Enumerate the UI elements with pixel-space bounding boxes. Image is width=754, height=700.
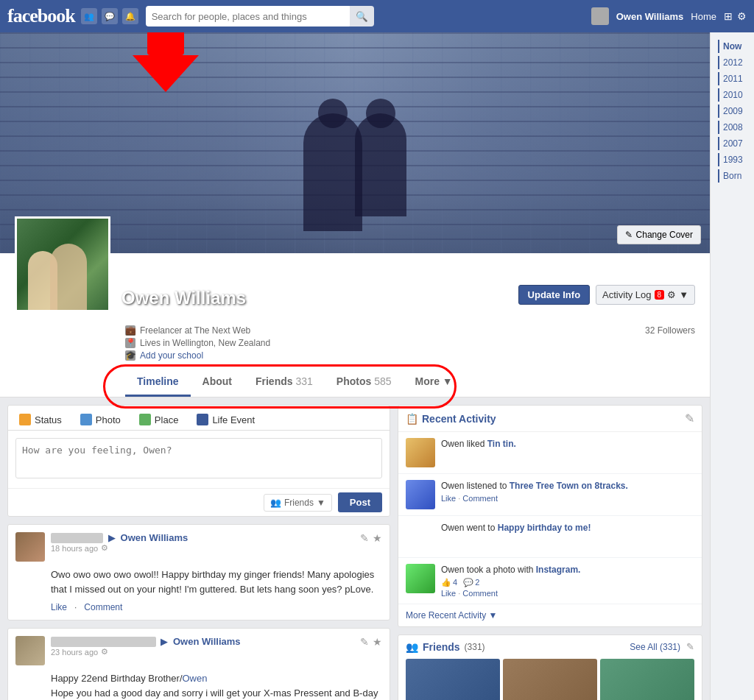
person-silhouette-2 [355, 113, 406, 216]
more-recent-activity[interactable]: More Recent Activity ▼ [398, 604, 702, 626]
star-post-icon-1[interactable]: ★ [373, 532, 382, 544]
activity-link-instagram[interactable]: Instagram. [536, 565, 581, 575]
chevron-down-icon[interactable]: ▼ [679, 289, 688, 300]
friends-select[interactable]: 👥 Friends ▼ [264, 494, 332, 512]
comment-activity-2[interactable]: Comment [462, 494, 498, 503]
school-detail[interactable]: 🎓 Add your school [125, 350, 270, 361]
tab-about[interactable]: About [191, 368, 244, 397]
activity-stats-4: 👍 4 💬 2 [441, 578, 580, 587]
profile-name-area: Owen Williams [110, 288, 246, 312]
status-icon [19, 414, 31, 425]
post-author-blurred-1[interactable]: ████ ████ [51, 533, 103, 543]
post-author-1: ████ ████ ▶ Owen Williams [51, 532, 354, 543]
profile-avatar[interactable] [15, 216, 110, 312]
timeline-year-1993[interactable]: 1993 [718, 153, 750, 166]
activity-actions-4: Like · Comment [441, 589, 580, 598]
activity-item-4: Owen took a photo with Instagram. 👍 4 💬 … [398, 558, 702, 604]
like-activity-2[interactable]: Like [441, 494, 456, 503]
friends-edit-icon[interactable]: ✎ [686, 641, 694, 652]
post-author-avatar-1[interactable] [15, 532, 45, 562]
activity-thumb-3-placeholder [406, 522, 435, 551]
timeline-year-2009[interactable]: 2009 [718, 105, 750, 118]
user-name-link[interactable]: Owen Williams [616, 11, 684, 22]
search-input[interactable] [146, 6, 352, 26]
status-input[interactable] [15, 438, 382, 478]
gear-icon[interactable]: ⚙ [667, 289, 676, 300]
tab-timeline[interactable]: Timeline [125, 368, 191, 397]
post-recipient-2[interactable]: Owen Williams [173, 636, 241, 647]
friends-card-header: 👥 Friends (331) See All (331) ✎ [398, 635, 702, 659]
activity-thumb-2 [406, 480, 435, 509]
timeline-year-2012[interactable]: 2012 [718, 56, 750, 69]
timeline-year-2008[interactable]: 2008 [718, 121, 750, 134]
gear-icon[interactable]: ⚙ [101, 543, 108, 553]
activity-link-8tracks[interactable]: Three Tree Town on 8tracks. [510, 481, 628, 491]
chevron-down-icon: ▼ [488, 610, 497, 621]
post-button[interactable]: Post [338, 492, 382, 512]
timeline-year-now[interactable]: Now [718, 40, 750, 53]
status-tab-status[interactable]: Status [12, 409, 69, 430]
tab-friends[interactable]: Friends 331 [244, 368, 325, 397]
timeline-year-born[interactable]: Born [718, 169, 750, 183]
tab-more[interactable]: More ▼ [404, 368, 465, 397]
friends-count: 331 [295, 375, 312, 387]
post-header-1: ████ ████ ▶ Owen Williams 18 hours ago ⚙… [15, 532, 382, 562]
comment-post-1[interactable]: Comment [84, 602, 122, 612]
location-detail: 📍 Lives in Wellington, New Zealand [125, 338, 270, 348]
recent-activity-edit-icon[interactable]: ✎ [685, 411, 694, 425]
gear-icon[interactable]: ⚙ [101, 647, 108, 657]
post-body-link-owen[interactable]: Owen [183, 673, 208, 684]
post-author-avatar-2[interactable] [15, 636, 45, 665]
activity-text-2: Owen listened to Three Tree Town on 8tra… [441, 480, 628, 492]
recent-activity-title: 📋 Recent Activity [406, 413, 496, 425]
status-tab-photo[interactable]: Photo [73, 409, 128, 430]
friend-thumb-2[interactable] [503, 659, 597, 700]
edit-post-icon-2[interactable]: ✎ [360, 636, 369, 648]
likes-stat: 👍 4 [441, 578, 457, 587]
profile-actions: Update Info Activity Log 8 ⚙ ▼ [518, 285, 695, 312]
grid-icon[interactable]: ⊞ [724, 10, 733, 22]
post-meta-2: ████ ████ ████████ ▶ Owen Williams 23 ho… [51, 636, 354, 657]
like-post-1[interactable]: Like [51, 602, 67, 612]
timeline-year-2011[interactable]: 2011 [718, 72, 750, 85]
left-column: Status Photo Place Life Event [7, 405, 390, 700]
friend-thumb-1[interactable] [406, 659, 500, 700]
update-info-button[interactable]: Update Info [518, 285, 591, 305]
search-button[interactable]: 🔍 [350, 6, 374, 26]
notifications-icon[interactable]: 🔔 [122, 8, 138, 24]
status-actions: 👥 Friends ▼ Post [8, 488, 390, 516]
timeline-year-2010[interactable]: 2010 [718, 88, 750, 102]
activity-link-tin-tin[interactable]: Tin tin. [487, 439, 516, 449]
profile-section: Owen Williams Update Info Activity Log 8… [0, 253, 710, 397]
timeline-year-2007[interactable]: 2007 [718, 137, 750, 150]
activity-log-button[interactable]: Activity Log 8 ⚙ ▼ [596, 285, 695, 305]
home-link[interactable]: Home [691, 11, 716, 22]
messages-icon[interactable]: 💬 [102, 8, 118, 24]
post-author-blurred-2[interactable]: ████ ████ ████████ [51, 637, 156, 647]
post-card-2: ████ ████ ████████ ▶ Owen Williams 23 ho… [7, 628, 390, 700]
profile-name: Owen Williams [121, 288, 246, 308]
photo-icon [80, 414, 92, 425]
status-tab-place[interactable]: Place [132, 409, 186, 430]
see-all-friends-link[interactable]: See All (331) [630, 642, 680, 652]
star-post-icon-2[interactable]: ★ [373, 636, 382, 648]
activity-item-3: Owen went to Happy birthday to me! [398, 516, 702, 558]
comment-activity-4[interactable]: Comment [462, 589, 498, 598]
friends-card-title: 👥 Friends (331) [406, 641, 485, 653]
activity-item-1: Owen liked Tin tin. [398, 432, 702, 474]
edit-post-icon-1[interactable]: ✎ [360, 532, 369, 544]
settings-icon[interactable]: ⚙ [737, 10, 747, 22]
friend-thumb-3[interactable] [600, 659, 694, 700]
like-activity-4[interactable]: Like [441, 589, 456, 598]
tab-photos[interactable]: Photos 585 [325, 368, 404, 397]
post-recipient-1[interactable]: Owen Williams [121, 532, 188, 543]
location-icon: 📍 [125, 338, 135, 348]
change-cover-button[interactable]: ✎ Change Cover [617, 225, 701, 244]
status-tab-life-event[interactable]: Life Event [189, 409, 262, 430]
friends-requests-icon[interactable]: 👥 [81, 8, 97, 24]
center-column: ✎ Change Cover Owen Williams Update Info… [0, 32, 710, 700]
activity-link-birthday[interactable]: Happy birthday to me! [498, 523, 591, 533]
post-time-1: 18 hours ago ⚙ [51, 543, 354, 553]
work-icon: 💼 [125, 325, 135, 336]
activity-content-2: Owen listened to Three Tree Town on 8tra… [441, 480, 628, 509]
